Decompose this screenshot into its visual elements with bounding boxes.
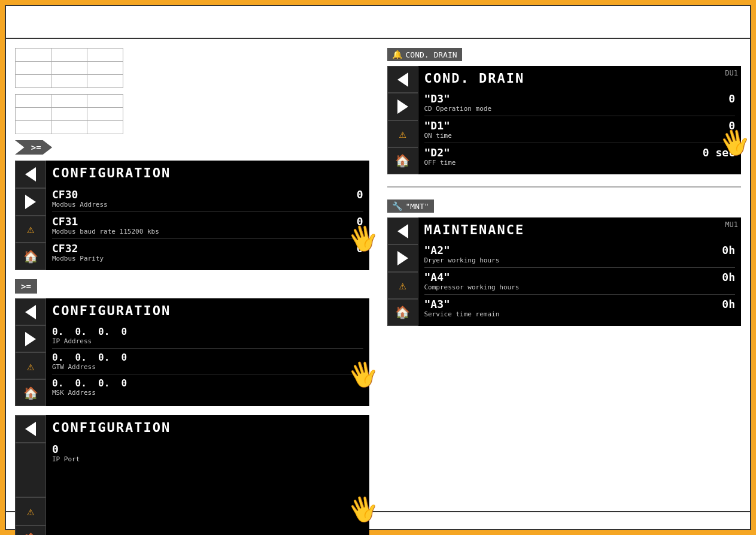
a2-label-group: "A2" Dryer working hours <box>424 244 500 264</box>
table-cell <box>16 121 51 134</box>
config-content-2: CONFIGURATION 0. 0. 0. 0 IP Address 0. 0… <box>46 298 369 406</box>
nav-buttons-3: ⚠ 🏠 <box>15 415 46 535</box>
back-button-3[interactable] <box>15 415 46 443</box>
cf32-code: CF32 <box>52 242 104 255</box>
nav-buttons-1: ⚠ 🏠 <box>15 161 46 270</box>
back-button-cd[interactable] <box>387 66 418 93</box>
gtw-desc: GTW Address <box>52 363 127 371</box>
table-cell <box>87 49 123 62</box>
forward-button-2[interactable] <box>15 325 46 352</box>
maintenance-section: 🔧 "MNT" ⚠ 🏠 <box>387 200 742 326</box>
home-button-cd[interactable]: 🏠 <box>387 147 418 174</box>
bell-icon: 🔔 <box>392 50 402 59</box>
d3-desc: CD Operation mode <box>424 105 492 113</box>
home-button-2[interactable]: 🏠 <box>15 379 46 406</box>
forward-button-cd[interactable] <box>387 93 418 120</box>
config-title-2: CONFIGURATION <box>52 303 363 318</box>
maintenance-content: MAINTENANCE MU1 "A2" Dryer working hours… <box>418 217 742 326</box>
d2-code: "D2" <box>424 146 456 159</box>
a4-code: "A4" <box>424 271 520 283</box>
back-button-mnt[interactable] <box>387 217 418 244</box>
d1-label-group: "D1" ON time <box>424 119 452 140</box>
empty-nav-3 <box>15 443 46 497</box>
d3-value: 0 <box>717 92 735 105</box>
table-cell <box>16 75 51 88</box>
home-button-1[interactable]: 🏠 <box>15 243 46 270</box>
table-cell <box>51 62 87 75</box>
warning-button-cd[interactable]: ⚠ <box>387 120 418 147</box>
config-content-1: CONFIGURATION CF30 Modbus Address 0 CF31… <box>46 161 369 270</box>
maintenance-label-text: "MNT" <box>406 202 429 211</box>
gtw-address-row: 0. 0. 0. 0 GTW Address <box>52 349 363 374</box>
config-content-3: CONFIGURATION 0 IP Port <box>46 415 369 535</box>
home-icon-2: 🏠 <box>23 386 38 400</box>
a4-value: 0h <box>717 271 735 283</box>
cond-drain-content: COND. DRAIN DU1 "D3" CD Operation mode 0… <box>418 66 742 174</box>
config-panel-2: ⚠ 🏠 CONFIGURATION 0. 0. 0. 0 IP Address … <box>15 298 369 406</box>
d1-desc: ON time <box>424 132 452 140</box>
back-button-1[interactable] <box>15 161 46 188</box>
forward-button-mnt[interactable] <box>387 244 418 271</box>
table-row <box>16 62 123 75</box>
config-title-3: CONFIGURATION <box>52 420 363 435</box>
maintenance-header: MAINTENANCE MU1 <box>424 222 736 237</box>
ip-address-row: 0. 0. 0. 0 IP Address <box>52 323 363 349</box>
maintenance-label: 🔧 "MNT" <box>387 200 434 213</box>
warning-button-1[interactable]: ⚠ <box>15 216 46 243</box>
table-row <box>16 75 123 88</box>
a3-value: 0h <box>717 298 735 310</box>
d3-code: "D3" <box>424 92 492 105</box>
forward-arrow-icon-2 <box>25 332 36 346</box>
config-row-cf32: CF32 Modbus Parity 0 <box>52 239 363 265</box>
config-row-cf30: CF30 Modbus Address 0 <box>52 185 363 212</box>
maintenance-title: MAINTENANCE <box>424 222 525 237</box>
forward-arrow-icon <box>25 195 36 209</box>
warning-button-2[interactable]: ⚠ <box>15 352 46 379</box>
home-icon-3: 🏠 <box>23 532 38 535</box>
warning-icon-mnt: ⚠ <box>399 278 406 292</box>
back-button-2[interactable] <box>15 298 46 325</box>
config-panel-3: ⚠ 🏠 CONFIGURATION 0 IP Port 🖐 <box>15 415 369 535</box>
table-cell <box>51 49 87 62</box>
home-icon: 🏠 <box>23 249 38 264</box>
warning-button-3[interactable]: ⚠ <box>15 497 46 525</box>
nav-buttons-cd: ⚠ 🏠 <box>387 66 418 174</box>
home-button-3[interactable]: 🏠 <box>15 525 46 535</box>
table-cell <box>51 121 87 134</box>
mu1-badge: MU1 <box>725 220 738 229</box>
cond-drain-title: COND. DRAIN <box>424 71 525 86</box>
forward-arrow-icon-mnt <box>397 251 408 265</box>
d1-row: "D1" ON time 0 <box>424 116 736 143</box>
a3-row: "A3" Service time remain 0h <box>424 295 736 321</box>
msk-address-row: 0. 0. 0. 0 MSK Address <box>52 374 363 400</box>
a2-code: "A2" <box>424 244 500 256</box>
a2-value: 0h <box>717 244 735 256</box>
cf32-label-group: CF32 Modbus Parity <box>52 242 104 262</box>
gtw-label-group: 0. 0. 0. 0 GTW Address <box>52 352 127 371</box>
back-arrow-icon-cd <box>397 72 408 87</box>
a4-desc: Compressor working hours <box>424 283 520 291</box>
cf31-desc: Modbus baud rate 115200 kbs <box>52 228 159 235</box>
cf30-value: 0 <box>345 188 363 201</box>
warning-button-mnt[interactable]: ⚠ <box>387 272 418 299</box>
forward-button-1[interactable] <box>15 188 46 216</box>
ip-label-group: 0. 0. 0. 0 IP Address <box>52 326 127 345</box>
ip-port-label-group: 0 IP Port <box>52 443 80 463</box>
ip-port-value: 0 <box>52 443 80 455</box>
a2-desc: Dryer working hours <box>424 256 500 264</box>
table-cell <box>51 108 87 121</box>
warning-icon-cd: ⚠ <box>399 126 406 141</box>
cf32-desc: Modbus Parity <box>52 255 104 262</box>
d2-label-group: "D2" OFF time <box>424 146 456 167</box>
ip-desc: IP Address <box>52 337 127 345</box>
table-cell <box>16 49 51 62</box>
home-button-mnt[interactable]: 🏠 <box>387 299 418 326</box>
right-section-divider <box>387 186 742 188</box>
table-2 <box>15 94 123 134</box>
msk-label-group: 0. 0. 0. 0 MSK Address <box>52 377 127 397</box>
d3-row: "D3" CD Operation mode 0 <box>424 89 736 116</box>
d3-label-group: "D3" CD Operation mode <box>424 92 492 113</box>
table-row <box>16 95 123 108</box>
table-cell <box>87 95 123 108</box>
main-container: >= ⚠ 🏠 CONFIGURATION <box>5 5 751 530</box>
